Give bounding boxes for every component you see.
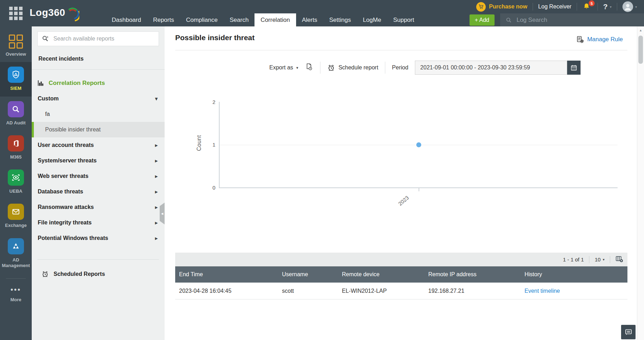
sidebar-group-file-integrity-threats[interactable]: File integrity threats ▸ xyxy=(32,215,165,230)
help-menu[interactable]: ? ▾ xyxy=(603,2,612,11)
vertical-scrollbar[interactable]: ▲ xyxy=(637,26,644,340)
sidebar-group-database-threats[interactable]: Database threats ▸ xyxy=(32,184,165,199)
export-as-dropdown[interactable]: Export as ▾ xyxy=(269,64,298,71)
chat-support-button[interactable] xyxy=(621,325,636,339)
col-header-username[interactable]: Username xyxy=(278,271,338,278)
notification-badge: 5 xyxy=(589,0,595,6)
scheduled-reports-link[interactable]: Scheduled Reports xyxy=(32,260,165,278)
chevron-down-icon: ▾ xyxy=(296,66,299,70)
column-add-icon xyxy=(615,255,623,262)
data-point-2023[interactable] xyxy=(416,142,421,147)
sidebar-report-possible-insider-threat[interactable]: Possible insider threat xyxy=(32,122,165,137)
log-search-box[interactable] xyxy=(500,13,644,26)
report-toolbar: Export as ▾ Schedule repo xyxy=(269,59,581,76)
rail-item-ad-management[interactable]: AD Management xyxy=(0,234,32,274)
correlation-reports-label: Correlation Reports xyxy=(49,80,105,87)
rail-item-ueba[interactable]: UEBA xyxy=(0,165,32,199)
account-menu[interactable]: ▾ xyxy=(622,1,637,12)
nav-tab-support[interactable]: Support xyxy=(387,13,420,26)
rail-item-overview[interactable]: Overview xyxy=(0,30,32,62)
manage-rule-link[interactable]: Manage Rule xyxy=(576,36,623,43)
rail-label: AD Audit xyxy=(6,120,25,126)
rail-item-more[interactable]: ••• More xyxy=(0,281,32,308)
schedule-report-button[interactable]: Schedule report xyxy=(327,64,378,72)
sidebar-group-custom[interactable]: Custom ▾ xyxy=(32,91,165,106)
search-icon xyxy=(506,17,511,23)
rail-item-m365[interactable]: M365 xyxy=(0,131,32,165)
rail-item-ad-audit[interactable]: AD Audit xyxy=(0,97,32,131)
scheduled-reports-label: Scheduled Reports xyxy=(54,271,105,277)
divider xyxy=(617,3,617,11)
report-content: Possible insider threat Manage Rule Expo… xyxy=(165,26,637,340)
chevron-down-icon: ▾ xyxy=(610,5,612,9)
scroll-up-arrow[interactable]: ▲ xyxy=(637,29,644,32)
sidebar-group-user-account-threats[interactable]: User account threats ▸ xyxy=(32,137,165,153)
recent-incidents-link[interactable]: Recent incidents xyxy=(32,46,165,70)
topbar-utility-row: Purchase now Log Receiver 5 ? ▾ xyxy=(476,0,644,13)
ad-management-icon xyxy=(8,238,24,254)
nav-tab-compliance[interactable]: Compliance xyxy=(180,13,224,26)
event-timeline-link[interactable]: Event timeline xyxy=(521,288,627,294)
add-button[interactable]: + Add xyxy=(470,14,495,26)
log-receiver-link[interactable]: Log Receiver xyxy=(538,4,571,10)
col-header-remote-ip[interactable]: Remote IP address xyxy=(424,271,521,278)
period-range-input[interactable] xyxy=(415,61,567,75)
add-column-button[interactable] xyxy=(615,255,623,264)
export-as-label: Export as xyxy=(269,64,293,71)
col-header-remote-device[interactable]: Remote device xyxy=(338,271,424,278)
scrollbar-thumb[interactable] xyxy=(638,36,643,64)
page-size-dropdown[interactable]: 10 ▾ xyxy=(595,256,605,262)
purchase-now-button[interactable]: Purchase now xyxy=(476,2,527,12)
logo[interactable]: Log360 xyxy=(30,4,79,23)
reports-search-input[interactable] xyxy=(53,35,154,42)
nav-tab-correlation[interactable]: Correlation xyxy=(254,13,296,26)
ad-audit-search-icon xyxy=(8,101,24,117)
calendar-picker-button[interactable] xyxy=(567,61,581,75)
nav-tab-dashboard[interactable]: Dashboard xyxy=(106,13,147,26)
nav-tab-reports[interactable]: Reports xyxy=(147,13,180,26)
sidebar-collapse-handle[interactable]: ◀ xyxy=(160,203,165,224)
divider xyxy=(533,3,533,11)
sidebar-group-potential-windows-threats[interactable]: Potential Windows threats ▸ xyxy=(32,230,165,246)
nav-tab-alerts[interactable]: Alerts xyxy=(296,13,323,26)
app-rail: Overview SIEM AD Audit M365 xyxy=(0,26,32,340)
chevron-right-icon: ▸ xyxy=(155,189,158,194)
notifications-button[interactable]: 5 xyxy=(582,2,592,11)
cell-remote-ip: 192.168.27.21 xyxy=(424,288,521,294)
sidebar-group-web-server-threats[interactable]: Web server threats ▸ xyxy=(32,168,165,184)
col-header-end-time[interactable]: End Time xyxy=(175,271,278,278)
chevron-right-icon: ▸ xyxy=(155,173,158,179)
log-search-input[interactable] xyxy=(516,16,638,24)
table-row[interactable]: 2023-04-28 16:04:45 scott EL-WIN2012-LAP… xyxy=(175,283,627,299)
correlation-reports-heading[interactable]: Correlation Reports xyxy=(32,70,165,91)
y-tick-1: 1 xyxy=(201,142,215,148)
divider xyxy=(577,3,577,11)
group-label: Custom xyxy=(38,95,59,102)
more-dots-icon: ••• xyxy=(11,285,21,294)
sidebar-group-ransomware-attacks[interactable]: Ransomware attacks ▸ xyxy=(32,199,165,215)
apps-grid-icon[interactable] xyxy=(9,7,23,20)
nav-tab-settings[interactable]: Settings xyxy=(323,13,357,26)
schedule-report-label: Schedule report xyxy=(338,64,378,71)
export-schedule-button[interactable] xyxy=(305,63,313,73)
nav-tab-logme[interactable]: LogMe xyxy=(357,13,387,26)
group-label: Potential Windows threats xyxy=(38,235,108,241)
col-header-history[interactable]: History xyxy=(521,271,627,278)
rail-label: UEBA xyxy=(10,188,23,194)
rail-item-exchange[interactable]: Exchange xyxy=(0,199,32,233)
group-label: Web server threats xyxy=(38,173,88,179)
m365-icon xyxy=(8,135,24,152)
nav-tab-search[interactable]: Search xyxy=(223,13,254,26)
chevron-left-icon: ◀ xyxy=(161,212,163,215)
chevron-right-icon: ▸ xyxy=(155,158,158,163)
chevron-down-icon: ▾ xyxy=(635,5,637,9)
sidebar-group-system-server-threats[interactable]: System/server threats ▸ xyxy=(32,153,165,168)
overview-icon xyxy=(9,35,23,49)
chat-bubble-icon xyxy=(624,328,633,336)
page-size-value: 10 xyxy=(595,256,601,262)
sidebar-report-fa[interactable]: fa xyxy=(32,106,165,122)
chevron-down-icon: ▾ xyxy=(603,258,605,261)
divider xyxy=(589,256,589,263)
reports-search-box[interactable] xyxy=(37,31,159,46)
rail-item-siem[interactable]: SIEM xyxy=(0,62,32,96)
